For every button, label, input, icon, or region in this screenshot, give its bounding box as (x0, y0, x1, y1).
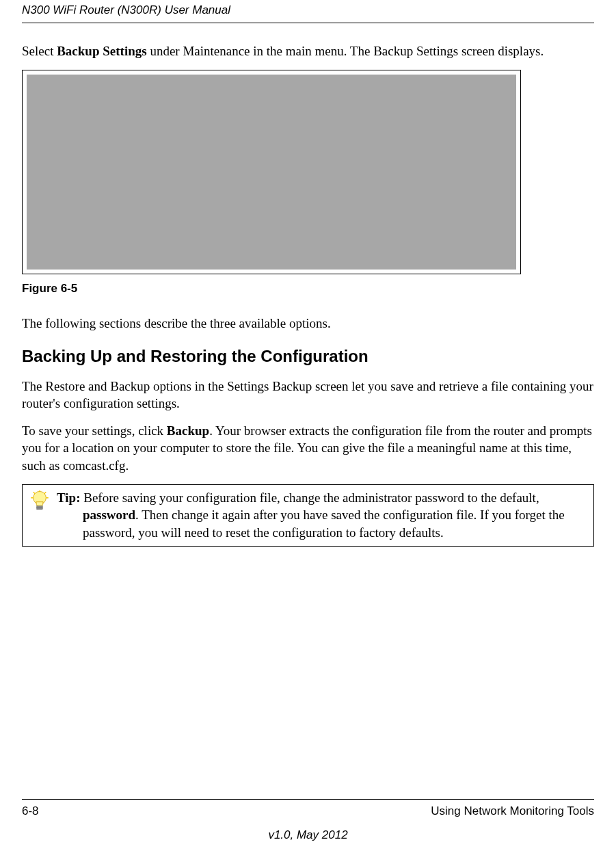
header-title: N300 WiFi Router (N300R) User Manual (22, 3, 230, 16)
svg-rect-2 (37, 508, 43, 510)
text: under Maintenance in the main menu. The … (147, 44, 544, 58)
text: Select (22, 44, 57, 58)
paragraph-options: The following sections describe the thre… (22, 315, 594, 332)
text: . Then change it again after you have sa… (83, 508, 565, 540)
tip-icon-cell (23, 485, 57, 516)
lightbulb-icon (28, 489, 51, 512)
footer-row: 6-8 Using Network Monitoring Tools (22, 804, 594, 819)
figure-caption: Figure 6-5 (22, 281, 594, 297)
paragraph-save-settings: To save your settings, click Backup. You… (22, 422, 594, 475)
page-footer: 6-8 Using Network Monitoring Tools v1.0,… (22, 799, 594, 843)
figure-placeholder (27, 75, 516, 270)
paragraph-intro: Select Backup Settings under Maintenance… (22, 42, 594, 60)
section-name: Using Network Monitoring Tools (431, 804, 594, 819)
tip-callout: Tip: Before saving your configuration fi… (22, 484, 594, 547)
tip-text: Tip: Before saving your configuration fi… (57, 485, 593, 546)
footer-version: v1.0, May 2012 (22, 828, 594, 843)
bold-text: Backup (167, 423, 209, 438)
bold-text: password (83, 508, 135, 522)
svg-rect-1 (37, 506, 43, 508)
text: To save your settings, click (22, 423, 167, 438)
tip-label: Tip: (57, 490, 81, 505)
page-number: 6-8 (22, 804, 39, 819)
section-heading: Backing Up and Restoring the Configurati… (22, 345, 594, 367)
paragraph-restore-backup: The Restore and Backup options in the Se… (22, 378, 594, 412)
page-header: N300 WiFi Router (N300R) User Manual (22, 0, 594, 23)
tip-paragraph: Tip: Before saving your configuration fi… (57, 489, 588, 542)
figure-box (22, 70, 521, 274)
text: Before saving your configuration file, c… (81, 490, 539, 505)
bold-text: Backup Settings (57, 44, 146, 58)
